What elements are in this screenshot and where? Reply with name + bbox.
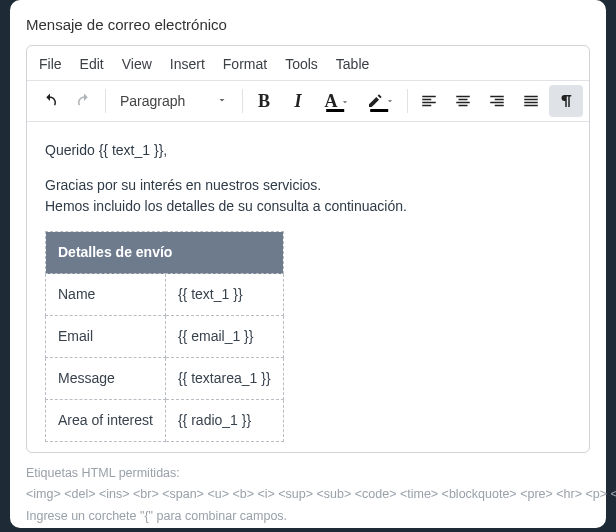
menu-edit[interactable]: Edit [80, 56, 104, 72]
italic-button[interactable]: I [281, 85, 315, 117]
undo-button[interactable] [33, 85, 67, 117]
textcolor-button[interactable]: A [315, 85, 359, 117]
undo-icon [41, 92, 59, 110]
table-row: Name {{ text_1 }} [46, 274, 284, 316]
rich-text-editor: File Edit View Insert Format Tools Table… [26, 45, 590, 453]
panel-title: Mensaje de correo electrónico [26, 16, 590, 33]
editor-content[interactable]: Querido {{ text_1 }}, Gracias por su int… [27, 122, 589, 452]
menu-insert[interactable]: Insert [170, 56, 205, 72]
align-justify-button[interactable] [514, 85, 548, 117]
menu-format[interactable]: Format [223, 56, 267, 72]
redo-button[interactable] [67, 85, 101, 117]
menu-file[interactable]: File [39, 56, 62, 72]
highlight-icon [367, 93, 383, 109]
merge-hint: Ingrese un corchete "{" para combinar ca… [26, 509, 287, 523]
email-editor-panel: Mensaje de correo electrónico File Edit … [10, 0, 606, 528]
italic-icon: I [294, 91, 301, 112]
menu-view[interactable]: View [122, 56, 152, 72]
align-justify-icon [522, 92, 540, 110]
align-right-button[interactable] [480, 85, 514, 117]
allowed-tags-label: Etiquetas HTML permitidas: [26, 466, 180, 480]
redo-icon [75, 92, 93, 110]
menu-tools[interactable]: Tools [285, 56, 318, 72]
menubar: File Edit View Insert Format Tools Table [27, 46, 589, 81]
body-paragraph: Gracias por su interés en nuestros servi… [45, 175, 571, 217]
chevron-down-icon [385, 93, 395, 109]
align-center-icon [454, 92, 472, 110]
allowed-tags-list: <img> <del> <ins> <br> <span> <u> <b> <i… [26, 487, 616, 501]
table-row: Email {{ email_1 }} [46, 316, 284, 358]
bold-button[interactable]: B [247, 85, 281, 117]
table-header: Detalles de envío [46, 232, 284, 274]
align-right-icon [488, 92, 506, 110]
block-format-select[interactable]: Paragraph [110, 85, 238, 117]
paragraph-mark-button[interactable] [549, 85, 583, 117]
menu-table[interactable]: Table [336, 56, 369, 72]
table-row: Area of interest {{ radio_1 }} [46, 400, 284, 442]
align-left-icon [420, 92, 438, 110]
helper-text: Etiquetas HTML permitidas: <img> <del> <… [26, 463, 590, 527]
align-left-button[interactable] [412, 85, 446, 117]
textcolor-icon: A [325, 91, 338, 112]
pilcrow-icon [557, 92, 575, 110]
align-center-button[interactable] [446, 85, 480, 117]
greeting-line: Querido {{ text_1 }}, [45, 140, 571, 161]
chevron-down-icon [340, 91, 350, 112]
chevron-down-icon [216, 93, 228, 109]
bold-icon: B [258, 91, 270, 112]
highlight-button[interactable] [359, 85, 403, 117]
block-format-label: Paragraph [120, 93, 185, 109]
shipping-details-table: Detalles de envío Name {{ text_1 }} Emai… [45, 231, 284, 442]
table-row: Message {{ textarea_1 }} [46, 358, 284, 400]
toolbar: Paragraph B I A [27, 81, 589, 122]
